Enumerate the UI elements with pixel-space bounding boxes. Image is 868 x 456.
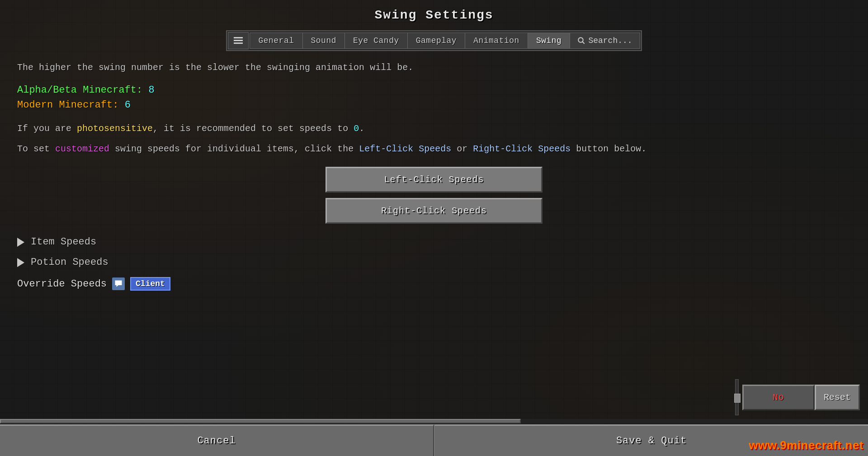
photosensitive-line: If you are photosensitive, it is recomme… <box>17 123 851 134</box>
page-title: Swing Settings <box>374 8 493 22</box>
tab-animation[interactable]: Animation <box>465 33 528 49</box>
item-speeds-label: Item Speeds <box>31 236 96 248</box>
potion-speeds-row[interactable]: Potion Speeds <box>17 257 851 268</box>
alpha-label: Alpha/Beta Minecraft: <box>17 85 142 96</box>
scrollbar-bottom[interactable] <box>0 419 868 423</box>
tab-list-icon[interactable] <box>228 32 249 49</box>
scrollbar-thumb <box>0 419 521 423</box>
description-text: The higher the swing number is the slowe… <box>17 61 851 75</box>
client-badge: Client <box>130 277 170 291</box>
alpha-value: 8 <box>148 85 154 96</box>
tab-general[interactable]: General <box>250 33 302 49</box>
no-button[interactable]: No <box>742 385 815 410</box>
modern-value: 6 <box>125 99 131 111</box>
override-label: Override Speeds <box>17 278 107 290</box>
modern-label: Modern Minecraft: <box>17 99 118 111</box>
item-speeds-row[interactable]: Item Speeds <box>17 236 851 248</box>
alpha-line: Alpha/Beta Minecraft: 8 <box>17 85 851 96</box>
slider-thumb <box>734 394 741 403</box>
item-speeds-triangle <box>17 238 24 247</box>
tab-sound[interactable]: Sound <box>302 33 345 49</box>
svg-rect-2 <box>234 42 243 44</box>
override-row: Override Speeds Client <box>17 277 851 291</box>
tab-bar: General Sound Eye Candy Gameplay Animati… <box>226 30 642 51</box>
tab-search[interactable]: Search... <box>570 33 640 49</box>
svg-line-4 <box>583 42 585 44</box>
page: Swing Settings General Sound Eye Candy G… <box>0 0 868 456</box>
left-click-speeds-button[interactable]: Left-Click Speeds <box>326 167 542 193</box>
tab-swing[interactable]: Swing <box>528 33 570 49</box>
customized-line: To set customized swing speeds for indiv… <box>17 144 851 154</box>
right-click-speeds-button[interactable]: Right-Click Speeds <box>326 198 542 224</box>
override-controls: No Reset <box>735 379 860 415</box>
search-icon <box>577 37 585 45</box>
content-area: The higher the swing number is the slowe… <box>9 61 859 456</box>
chat-icon <box>112 277 125 290</box>
tab-eye-candy[interactable]: Eye Candy <box>344 33 407 49</box>
speed-buttons: Left-Click Speeds Right-Click Speeds <box>17 167 851 224</box>
cancel-button[interactable]: Cancel <box>0 424 434 456</box>
potion-speeds-label: Potion Speeds <box>31 257 108 268</box>
svg-rect-1 <box>234 40 243 41</box>
slider-track[interactable] <box>735 379 739 415</box>
modern-line: Modern Minecraft: 6 <box>17 99 851 111</box>
svg-point-3 <box>579 38 584 42</box>
bottom-bar: Cancel Save & Quit <box>0 424 868 456</box>
reset-button[interactable]: Reset <box>815 385 860 410</box>
potion-speeds-triangle <box>17 258 24 267</box>
svg-rect-0 <box>234 37 243 38</box>
info-block: Alpha/Beta Minecraft: 8 Modern Minecraft… <box>17 85 851 111</box>
save-quit-button[interactable]: Save & Quit <box>434 424 868 456</box>
tab-gameplay[interactable]: Gameplay <box>407 33 465 49</box>
